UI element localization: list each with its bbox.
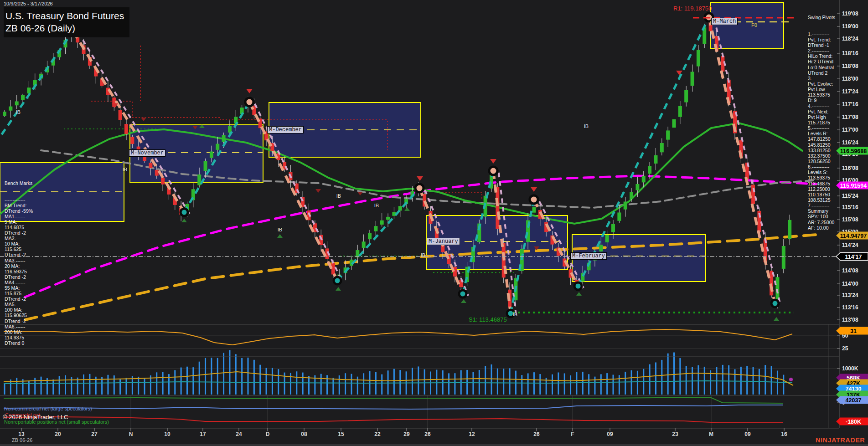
volume-bar	[89, 374, 90, 395]
time-tick-label: 23	[672, 431, 678, 437]
candle[interactable]	[617, 212, 621, 220]
candle[interactable]	[374, 226, 377, 231]
candle[interactable]	[204, 161, 207, 171]
volume-bar	[211, 358, 212, 395]
gridlines-layer	[0, 324, 839, 428]
candle[interactable]	[678, 106, 682, 117]
candle[interactable]	[119, 110, 122, 120]
candle[interactable]	[697, 50, 700, 67]
candle[interactable]	[642, 176, 646, 183]
volume-bar	[728, 365, 729, 395]
candle[interactable]	[605, 235, 609, 242]
candle[interactable]	[216, 144, 219, 150]
time-tick-label: 09	[607, 431, 613, 437]
candle[interactable]	[660, 143, 664, 152]
candle[interactable]	[648, 166, 651, 174]
candle[interactable]	[496, 187, 499, 229]
volume-bar	[4, 383, 5, 395]
cot-noncommercial-line	[4, 405, 783, 409]
candle[interactable]	[124, 124, 128, 134]
candle[interactable]	[636, 184, 639, 190]
candle[interactable]	[368, 233, 372, 239]
candle[interactable]	[9, 107, 12, 111]
candle[interactable]	[386, 217, 390, 220]
candle[interactable]	[210, 152, 213, 158]
candle[interactable]	[599, 245, 603, 251]
candle[interactable]	[222, 135, 226, 142]
month-box	[710, 2, 784, 49]
volume-bar	[722, 365, 723, 395]
candle[interactable]	[3, 112, 6, 116]
volume-bar	[399, 370, 401, 395]
time-tick-label: N	[129, 431, 133, 437]
sell-signal-triangle	[70, 18, 76, 22]
time-tick-label: 10	[164, 431, 170, 437]
volume-bar	[290, 373, 291, 395]
candle[interactable]	[161, 178, 165, 185]
volume-bar	[393, 369, 395, 395]
candle[interactable]	[143, 155, 146, 161]
volume-bar	[479, 370, 480, 395]
candle[interactable]	[630, 192, 633, 199]
candle[interactable]	[15, 102, 19, 106]
volume-bar	[418, 366, 419, 395]
volume-bar	[65, 375, 66, 395]
candle[interactable]	[788, 220, 791, 239]
oscillator-line	[4, 329, 792, 345]
volume-bar	[698, 365, 699, 395]
time-tick-label: 29	[403, 431, 410, 437]
volume-bar	[527, 374, 529, 395]
price-tick-label: 116'08	[842, 165, 858, 171]
month-boxes-layer	[0, 2, 784, 282]
volume-bar	[174, 370, 176, 395]
buy-signal-triangle	[336, 287, 341, 291]
candle[interactable]	[130, 137, 134, 144]
candle[interactable]	[27, 87, 31, 93]
chart-canvas[interactable]: 119'08119'00118'24118'16118'08118'00117'…	[0, 0, 868, 446]
instrument-tab[interactable]: ZB 06-26	[12, 437, 32, 443]
price-tick-label: 114'24	[842, 242, 858, 248]
candle[interactable]	[137, 147, 140, 153]
candle[interactable]	[611, 224, 615, 232]
candle[interactable]	[751, 185, 755, 204]
swing-high-circle	[489, 167, 497, 175]
volume-bar	[436, 370, 437, 395]
zigzag-salmon-down	[709, 17, 775, 303]
candle[interactable]	[149, 163, 152, 168]
candle[interactable]	[691, 72, 694, 86]
volume-bar	[740, 367, 742, 395]
volume-bar	[192, 367, 194, 395]
price-tag-label: 114.94797	[840, 233, 867, 239]
price-tick-label: 118'00	[842, 76, 858, 82]
volume-bar	[619, 375, 620, 395]
volume-bar	[783, 375, 784, 395]
candle[interactable]	[782, 246, 785, 269]
volume-bar	[576, 372, 577, 395]
swing-low-circle	[574, 282, 582, 290]
volume-bar	[625, 372, 626, 395]
volume-bar	[765, 365, 766, 395]
time-tick-label: 26	[424, 431, 431, 437]
volume-bar	[181, 368, 182, 395]
candle[interactable]	[666, 130, 670, 139]
candle[interactable]	[672, 119, 676, 128]
price-tick-label: 118'08	[842, 63, 858, 69]
candle[interactable]	[155, 170, 159, 176]
candle[interactable]	[684, 90, 688, 102]
candle[interactable]	[624, 202, 627, 210]
swing-high-circle	[69, 27, 77, 35]
volume-bar	[600, 374, 602, 395]
time-tick-label: 13	[18, 431, 25, 437]
candle[interactable]	[21, 95, 25, 100]
volume-bar	[412, 368, 413, 395]
month-box	[572, 235, 706, 282]
candle[interactable]	[654, 155, 657, 164]
volume-bar	[357, 377, 358, 395]
volume-bar	[302, 373, 304, 395]
price-tick-label: 113'08	[842, 317, 858, 323]
candle[interactable]	[331, 263, 335, 274]
candle[interactable]	[380, 220, 384, 225]
candle[interactable]	[362, 241, 366, 248]
volume-bar	[107, 375, 108, 395]
candle[interactable]	[532, 207, 536, 213]
